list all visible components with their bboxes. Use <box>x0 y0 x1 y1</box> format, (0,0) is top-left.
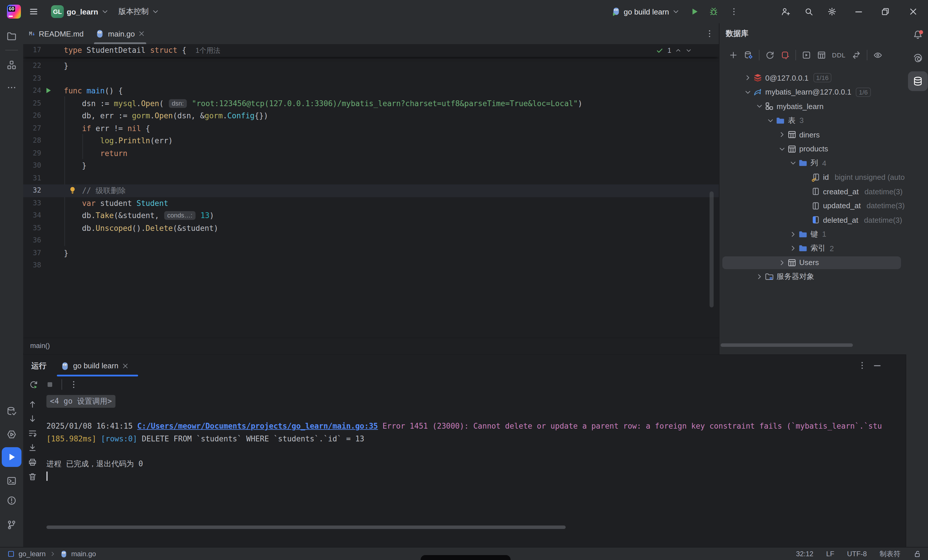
tree-horizontal-scrollbar[interactable] <box>720 343 853 347</box>
tree-row-created_at[interactable]: created_atdatetime(3) <box>719 185 906 198</box>
more-button[interactable] <box>69 380 78 389</box>
chevron-right-icon[interactable] <box>744 74 752 82</box>
status-breadcrumb[interactable]: go_learn main.go <box>7 550 96 558</box>
git-tool-button[interactable] <box>2 515 21 535</box>
tree-row-deleted_at[interactable]: deleted_atdatetime(3) <box>719 213 906 227</box>
file-link[interactable]: C:/Users/meowr/Documents/projects/go_lea… <box>137 420 378 432</box>
tree-row-mybatis_learn[interactable]: mybatis_learn <box>719 99 906 113</box>
tab-README.md[interactable]: M↓README.md <box>23 23 89 44</box>
chevron-down-icon[interactable] <box>755 102 763 110</box>
services-tool-button[interactable] <box>2 424 21 444</box>
breadcrumb-item[interactable]: main() <box>30 341 50 349</box>
code-with-me-button[interactable] <box>781 7 790 16</box>
code-line-26[interactable]: 26 db, err := gorm.Open(dsn, &gorm.Confi… <box>23 110 719 122</box>
next-message-button[interactable] <box>28 414 37 423</box>
refresh-button[interactable] <box>765 50 775 60</box>
chevron-down-icon[interactable] <box>744 88 752 96</box>
chevron-down-icon[interactable] <box>766 117 775 125</box>
soft-wrap-button[interactable] <box>28 429 37 438</box>
tree-row-diners[interactable]: diners <box>719 128 906 142</box>
code-line-31[interactable]: 31 <box>23 172 719 185</box>
tree-row-updated_at[interactable]: updated_atdatetime(3) <box>719 198 906 213</box>
more-tools-button[interactable] <box>2 78 21 98</box>
run-button[interactable] <box>690 7 699 16</box>
problems-tool-button[interactable] <box>2 491 21 510</box>
status-crumb[interactable]: main.go <box>71 550 96 558</box>
main-menu-button[interactable] <box>26 3 42 20</box>
console-output[interactable]: <4 go 设置调用>2025/01/08 16:41:15 C:/Users/… <box>46 395 904 482</box>
tree-row-索引[interactable]: 索引2 <box>719 241 906 255</box>
run-options-button[interactable] <box>858 361 867 370</box>
search-everywhere-button[interactable] <box>804 7 814 16</box>
tree-row-表[interactable]: 表3 <box>719 113 906 128</box>
scroll-to-end-button[interactable] <box>28 443 37 452</box>
ai-assistant-button[interactable] <box>908 48 927 68</box>
clear-console-button[interactable] <box>28 472 37 481</box>
console-horizontal-scrollbar[interactable] <box>46 525 566 529</box>
prev-message-button[interactable] <box>28 400 37 409</box>
import-export-button[interactable] <box>852 50 861 60</box>
run-line-button[interactable] <box>44 86 52 95</box>
run-tool-button[interactable] <box>2 447 21 467</box>
code-line-29[interactable]: 29 return <box>23 147 719 160</box>
database-tool-button[interactable] <box>908 71 927 91</box>
status-item[interactable]: LF <box>826 550 834 558</box>
code-line-17[interactable]: 17type StudentDetail struct { 1个用法 <box>23 44 719 56</box>
restore-button[interactable] <box>881 7 890 16</box>
status-crumb[interactable]: go_learn <box>18 550 46 558</box>
code-line-32[interactable]: 32 // 级联删除 <box>23 185 719 197</box>
rerun-button[interactable] <box>29 380 38 389</box>
code-line-28[interactable]: 28 log.Println(err) <box>23 134 719 147</box>
code-line-25[interactable]: 25 dsn := mysql.Open( dsn: "root:123456@… <box>23 97 719 110</box>
code-line-30[interactable]: 30 } <box>23 160 719 172</box>
breadcrumb[interactable]: main() <box>23 337 719 352</box>
code-line-24[interactable]: 24func main() { <box>23 85 719 97</box>
close-button[interactable] <box>908 7 918 16</box>
run-tab[interactable]: go build learn <box>57 355 132 377</box>
tree-row-0@127.0.0.1[interactable]: 0@127.0.0.11/16 <box>719 71 906 85</box>
more-actions-button[interactable] <box>729 7 739 16</box>
view-options-button[interactable] <box>873 50 882 60</box>
tab-options-button[interactable] <box>705 29 714 38</box>
notifications-button[interactable] <box>908 25 927 45</box>
run-config-widget[interactable]: go build learn <box>608 3 684 20</box>
code-line-33[interactable]: 33 var student Student <box>23 197 719 209</box>
print-button[interactable] <box>28 458 37 467</box>
inspections-widget[interactable]: 1 <box>656 45 692 56</box>
tab-main.go[interactable]: main.go <box>89 23 151 44</box>
stop-button[interactable] <box>45 380 55 389</box>
structure-tool-button[interactable] <box>2 55 21 75</box>
terminal-tool-button[interactable] <box>2 471 21 491</box>
open-table-button[interactable] <box>817 50 826 60</box>
close-icon[interactable] <box>122 362 129 369</box>
chevron-down-icon[interactable] <box>685 47 692 54</box>
code-line-22[interactable]: 22} <box>23 60 719 72</box>
code-line-34[interactable]: 34 db.Take(&student, conds…: 13) <box>23 209 719 222</box>
database-changes-tool-button[interactable] <box>2 401 21 421</box>
lock-open-icon[interactable] <box>913 550 921 558</box>
project-widget[interactable]: GL go_learn <box>47 3 113 20</box>
ddl-button[interactable]: DDL <box>832 52 846 59</box>
add-datasource-button[interactable] <box>729 50 738 60</box>
chevron-down-icon[interactable] <box>778 145 786 153</box>
chevron-up-icon[interactable] <box>675 47 682 54</box>
disconnect-button[interactable] <box>780 50 790 60</box>
code-line-35[interactable]: 35 db.Unscoped().Delete(&student) <box>23 222 719 234</box>
tree-row-mybatis_learn@127.0.0.1[interactable]: mybatis_learn@127.0.0.11/6 <box>719 85 906 99</box>
code-editor[interactable]: 17type StudentDetail struct { 1个用法22}232… <box>23 44 719 337</box>
tree-row-Users[interactable]: Users <box>719 255 906 270</box>
code-line-36[interactable]: 36 <box>23 234 719 247</box>
status-item[interactable]: 32:12 <box>796 550 814 558</box>
tree-row-id[interactable]: idbigint unsigned (auto in <box>719 170 906 185</box>
tree-row-键[interactable]: 键1 <box>719 227 906 241</box>
status-item[interactable]: 制表符 <box>879 549 901 559</box>
datasource-properties-button[interactable] <box>744 50 753 60</box>
debug-button[interactable] <box>709 7 718 16</box>
chevron-right-icon[interactable] <box>778 131 786 139</box>
code-line-23[interactable]: 23 <box>23 72 719 85</box>
tree-row-服务器对象[interactable]: 服务器对象 <box>719 270 906 284</box>
code-line-27[interactable]: 27 if err != nil { <box>23 122 719 134</box>
code-line-37[interactable]: 37} <box>23 247 719 259</box>
minimize-button[interactable] <box>854 7 863 16</box>
editor-vertical-scrollbar[interactable] <box>710 191 714 307</box>
